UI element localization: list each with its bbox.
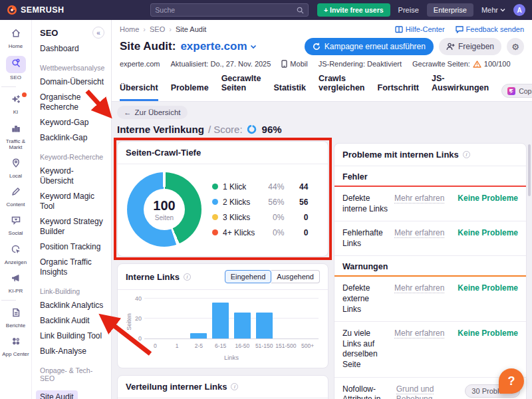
share-button[interactable]: Freigeben (439, 38, 501, 55)
help-chat-button[interactable]: ? (499, 368, 524, 394)
tab[interactable]: Gecrawlte Seiten (221, 74, 261, 101)
copilot-button[interactable]: CopilotAI 1 (501, 84, 532, 98)
sidebar-section-label: Onpage- & Tech-SEO (40, 366, 104, 382)
breadcrumb: Home › SEO › Site Audit Hilfe-Center Fee… (120, 25, 524, 33)
rerun-campaign-button[interactable]: Kampagne erneut ausführen (305, 38, 434, 55)
issue-name: Fehlerhafte Links (342, 228, 389, 249)
internal-links-bar-chart: Seiten 40 20 0 0 (118, 290, 328, 368)
sidebar-item[interactable]: Organische Recherche (40, 92, 104, 112)
issue-name: Defekte interne Links (342, 194, 389, 214)
info-icon[interactable]: i (231, 383, 238, 390)
tab[interactable]: Fortschritt (378, 83, 420, 101)
legend-count[interactable]: 0 (291, 213, 308, 222)
global-search[interactable] (150, 3, 309, 17)
sidebar-section-label: Link-Building (40, 287, 104, 295)
pricing-link[interactable]: Preise (398, 6, 419, 14)
legend-item[interactable]: 4+ Klicks (212, 228, 255, 237)
issue-help-link[interactable]: Mehr erfahren (394, 194, 452, 204)
tab[interactable]: JS-Auswirkungen (432, 74, 489, 101)
tab[interactable]: Übersicht (120, 83, 158, 101)
campaign-info-row: experte.com Aktualisiert: Do., 27. Nov. … (120, 60, 524, 68)
content-icon (11, 186, 21, 200)
avatar[interactable]: A (513, 4, 525, 16)
rail-item[interactable]: Anzeigen (1, 240, 31, 269)
semrush-flame-icon (7, 5, 17, 15)
info-icon[interactable]: i (184, 273, 191, 281)
x-axis-ticks: 012-56-1516-5051-150151-500500+ (144, 342, 319, 349)
tab[interactable]: Crawls vergleichen (319, 74, 364, 101)
semrush-logo[interactable]: SEMRUSH (7, 5, 64, 15)
sidebar-item[interactable]: Keyword-Übersicht (40, 166, 104, 186)
tab[interactable]: Statistik (273, 83, 306, 101)
toggle-ausgehend[interactable]: Ausgehend (271, 270, 320, 283)
legend-item[interactable]: 1 Klick (212, 182, 255, 192)
section-title: Interne Verlinkung (117, 124, 204, 135)
sidebar-item[interactable]: Keyword Strategy Builder (40, 217, 104, 237)
rail-item[interactable]: Traffic & Markt (1, 119, 31, 154)
rail-item[interactable]: Content (1, 182, 31, 211)
bar-16-50[interactable] (234, 313, 251, 338)
bar-6-15[interactable] (212, 303, 229, 338)
legend-percent: 56% (261, 198, 284, 207)
app-icon (11, 336, 21, 349)
rail-item[interactable]: Local (1, 154, 31, 182)
issue-help-link[interactable]: Mehr erfahren (394, 228, 452, 239)
bar-51-150[interactable] (256, 313, 273, 338)
sidebar-item[interactable]: Keyword-Gap (40, 118, 104, 128)
rail-item[interactable]: KI (1, 90, 31, 118)
settings-gear-button[interactable]: ⚙ (507, 38, 524, 55)
info-icon[interactable]: i (463, 151, 470, 158)
issue-help-link[interactable]: Grund und Behebung (396, 384, 454, 399)
chevron-down-icon (500, 8, 505, 12)
sidebar-item[interactable]: Backlink Audit (40, 316, 104, 326)
sidebar-item[interactable]: Position Tracking (40, 242, 104, 252)
rail-item[interactable]: Berichte (1, 303, 31, 332)
rail-item[interactable]: SEO (1, 53, 31, 84)
issue-help-link[interactable]: Mehr erfahren (394, 329, 452, 339)
enterprise-button[interactable]: Enterprise (427, 3, 473, 17)
rail-item[interactable]: Home (1, 24, 31, 53)
internal-links-card: Interne Links i Eingehend Ausgehend Seit… (117, 263, 329, 368)
rail-item[interactable]: KI-PR (1, 269, 31, 297)
legend-item[interactable]: 2 Klicks (212, 198, 255, 207)
sidebar-item[interactable]: Domain-Übersicht (40, 77, 104, 87)
breadcrumb-seo[interactable]: SEO (150, 25, 165, 33)
legend-percent: 0% (261, 228, 284, 237)
sidebar-item[interactable]: Keyword Magic Tool (40, 192, 104, 211)
issue-status: Keine Probleme (457, 228, 518, 237)
invite-free-users-button[interactable]: + Invite free users (317, 3, 390, 17)
sidebar-item[interactable]: Backlink-Gap (40, 133, 104, 143)
sidebar-item[interactable]: Site Audit (36, 390, 78, 399)
legend-percent: 0% (261, 213, 284, 222)
rail-item[interactable]: App Center (1, 332, 31, 360)
bar-2-5[interactable] (190, 333, 207, 338)
legend-count[interactable]: 0 (291, 228, 308, 237)
scrollbar-thumb[interactable] (528, 144, 531, 196)
score-value: 96% (262, 124, 282, 135)
help-center-link[interactable]: Hilfe-Center (395, 25, 445, 33)
breadcrumb-home[interactable]: Home (120, 25, 139, 33)
sidebar-item[interactable]: Organic Traffic Insights (40, 257, 104, 277)
search-icon (297, 7, 304, 14)
back-to-overview-button[interactable]: ← Zur Übersicht (117, 106, 188, 119)
legend-count[interactable]: 44 (291, 182, 308, 192)
sidebar-item[interactable]: Backlink Analytics (40, 301, 104, 311)
legend-count[interactable]: 56 (291, 198, 308, 207)
toggle-eingehend[interactable]: Eingehend (225, 270, 272, 283)
feedback-link[interactable]: Feedback senden (456, 25, 524, 33)
campaign-domain-selector[interactable]: experte.com (180, 40, 256, 53)
tab[interactable]: Probleme (171, 83, 209, 101)
rail-item[interactable]: Social (1, 211, 31, 239)
issue-status: Keine Probleme (457, 194, 518, 203)
crawl-depth-donut-chart[interactable]: 100 Seiten (127, 172, 201, 247)
legend-item[interactable]: 3 Klicks (212, 213, 255, 222)
search-input[interactable] (155, 6, 297, 14)
sidebar-item[interactable]: Bulk-Analyse (40, 346, 104, 356)
legend-color-dot (212, 199, 218, 205)
sidebar-item[interactable]: Dashboard (40, 44, 104, 54)
more-menu[interactable]: Mehr (481, 6, 505, 14)
sidebar-item[interactable]: Link Building Tool (40, 331, 104, 341)
donut-center-value: 100 (153, 198, 175, 213)
issue-help-link[interactable]: Mehr erfahren (394, 283, 452, 294)
sidebar-collapse-button[interactable]: « (92, 27, 104, 39)
